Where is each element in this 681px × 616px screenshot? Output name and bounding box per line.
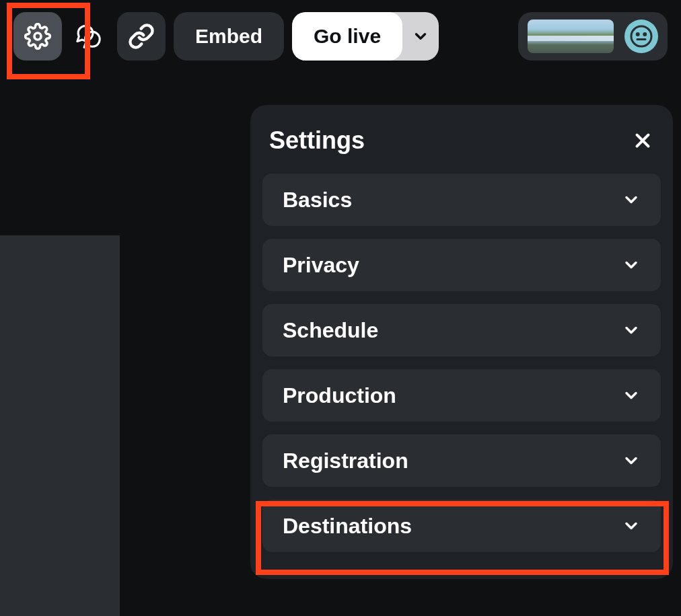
accordion-label: Schedule — [283, 318, 378, 343]
golive-dropdown[interactable] — [402, 12, 439, 61]
chevron-down-icon — [622, 451, 641, 470]
stream-thumbnail[interactable] — [528, 20, 614, 53]
accordion-basics[interactable]: Basics — [262, 174, 661, 226]
link-button[interactable] — [117, 12, 166, 61]
chevron-down-icon — [622, 190, 641, 209]
toolbar: Embed Go live — [0, 0, 681, 73]
svg-point-2 — [637, 34, 639, 36]
embed-button[interactable]: Embed — [174, 12, 284, 61]
accordion-label: Registration — [283, 449, 408, 473]
gear-icon — [24, 23, 51, 50]
settings-button[interactable] — [13, 12, 62, 61]
chevron-down-icon — [412, 28, 429, 45]
avatar-face-icon — [629, 24, 653, 48]
svg-point-1 — [631, 26, 651, 46]
close-button[interactable] — [631, 129, 654, 152]
accordion-list: Basics Privacy Schedule Production Regis… — [262, 174, 661, 552]
close-icon — [631, 129, 654, 152]
accordion-production[interactable]: Production — [262, 369, 661, 422]
chevron-down-icon — [622, 386, 641, 405]
accordion-label: Privacy — [283, 253, 359, 278]
accordion-label: Destinations — [283, 514, 412, 539]
golive-button[interactable]: Go live — [292, 12, 402, 61]
chevron-down-icon — [622, 516, 641, 535]
link-icon — [128, 23, 155, 50]
accordion-schedule[interactable]: Schedule — [262, 304, 661, 356]
embed-label: Embed — [195, 25, 262, 48]
svg-point-0 — [34, 33, 41, 40]
chevron-down-icon — [622, 256, 641, 274]
svg-point-3 — [644, 34, 646, 36]
user-group — [518, 12, 668, 61]
panel-header: Settings — [262, 126, 661, 174]
avatar[interactable] — [624, 20, 658, 53]
chat-button[interactable] — [70, 12, 109, 61]
chevron-down-icon — [622, 321, 641, 340]
accordion-label: Production — [283, 383, 396, 408]
accordion-registration[interactable]: Registration — [262, 434, 661, 487]
settings-panel: Settings Basics Privacy Schedule — [250, 105, 673, 579]
golive-label: Go live — [314, 25, 381, 48]
accordion-privacy[interactable]: Privacy — [262, 239, 661, 291]
chat-icon — [75, 22, 104, 51]
accordion-destinations[interactable]: Destinations — [262, 500, 661, 552]
accordion-label: Basics — [283, 188, 352, 213]
golive-group: Go live — [292, 12, 439, 61]
panel-title: Settings — [269, 126, 365, 155]
side-panel — [0, 235, 120, 616]
